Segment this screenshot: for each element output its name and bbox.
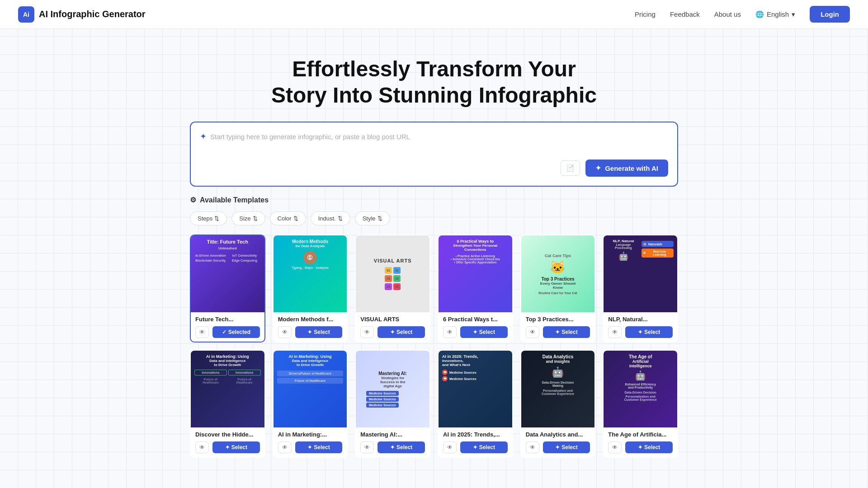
- filter-style[interactable]: Style ⇅: [355, 211, 390, 225]
- template-thumb-7: AI in Marketing: Using Data and Intellig…: [191, 351, 264, 427]
- template-actions-9: 👁 ✦ Select: [360, 441, 425, 453]
- select-button-5[interactable]: ✦ Select: [543, 326, 590, 338]
- template-card-11[interactable]: Data Analytics and Insights 🤖 Data-Drive…: [520, 350, 596, 458]
- preview-button-1[interactable]: 👁: [195, 326, 209, 338]
- preview-button-4[interactable]: 👁: [443, 326, 457, 338]
- preview-button-11[interactable]: 👁: [526, 441, 539, 453]
- select-button-9[interactable]: ✦ Select: [377, 441, 425, 453]
- template-info-6: NLP, Natural... 👁 ✦ Select: [604, 312, 677, 342]
- template-card-3[interactable]: VISUAL ARTS 01 02 03 04 05 06 VISUAL ART…: [355, 235, 430, 343]
- template-thumb-2: Modern Methods for Data Analysis ① Typin…: [274, 235, 347, 312]
- globe-icon: 🌐: [755, 10, 764, 19]
- sparkle-icon-11: ✦: [555, 444, 560, 450]
- sparkle-icon-4: ✦: [473, 329, 477, 335]
- feedback-link[interactable]: Feedback: [670, 10, 700, 18]
- template-card-9[interactable]: Mastering AI: Strategies for Success in …: [355, 350, 430, 458]
- template-actions-3: 👁 ✦ Select: [360, 326, 425, 338]
- template-thumb-3: VISUAL ARTS 01 02 03 04 05 06: [356, 235, 429, 312]
- select-button-2[interactable]: ✦ Select: [295, 326, 343, 338]
- login-button[interactable]: Login: [810, 6, 850, 23]
- select-button-12[interactable]: ✦ Select: [625, 441, 673, 453]
- logo-text: AI Infographic Generator: [39, 9, 146, 19]
- preview-button-8[interactable]: 👁: [278, 441, 292, 453]
- preview-button-3[interactable]: 👁: [360, 326, 374, 338]
- template-info-4: 6 Practical Ways t... 👁 ✦ Select: [439, 312, 512, 342]
- template-card-12[interactable]: The Age of Artificial Intelligence 🤖 Enh…: [603, 350, 678, 458]
- select-button-7[interactable]: ✦ Select: [212, 441, 260, 453]
- template-actions-12: 👁 ✦ Select: [608, 441, 673, 453]
- template-info-8: AI in Marketing:... 👁 ✦ Select: [274, 427, 347, 457]
- header: Ai AI Infographic Generator Pricing Feed…: [0, 0, 868, 29]
- sparkle-icon: ✦: [200, 131, 207, 141]
- about-link[interactable]: About us: [714, 10, 741, 18]
- pricing-link[interactable]: Pricing: [635, 10, 656, 18]
- template-actions-4: 👁 ✦ Select: [443, 326, 508, 338]
- file-upload-button[interactable]: 📄: [561, 160, 580, 176]
- template-info-5: Top 3 Practices... 👁 ✦ Select: [521, 312, 595, 342]
- preview-button-6[interactable]: 👁: [608, 326, 622, 338]
- template-thumb-10: AI in 2025: Trends, Innovations, and Wha…: [439, 351, 512, 427]
- preview-button-2[interactable]: 👁: [278, 326, 292, 338]
- logo-area: Ai AI Infographic Generator: [18, 6, 146, 23]
- filter-industry[interactable]: Indust. ⇅: [311, 211, 350, 225]
- template-title-11: Data Analytics and...: [526, 431, 590, 438]
- chevron-color-icon: ⇅: [293, 215, 298, 222]
- template-card-4[interactable]: 6 Practical Ways to Strengthen Your Pers…: [438, 235, 513, 343]
- template-actions-10: 👁 ✦ Select: [443, 441, 508, 453]
- template-title-2: Modern Methods f...: [278, 316, 343, 323]
- template-card-2[interactable]: Modern Methods for Data Analysis ① Typin…: [273, 235, 348, 343]
- sparkle-icon-9: ✦: [390, 444, 395, 450]
- input-box[interactable]: ✦ Start typing here to generate infograp…: [190, 122, 678, 187]
- template-info-11: Data Analytics and... 👁 ✦ Select: [521, 427, 595, 457]
- template-info-10: AI in 2025: Trends,... 👁 ✦ Select: [439, 427, 512, 457]
- preview-button-10[interactable]: 👁: [443, 441, 457, 453]
- template-card-1[interactable]: Title: Future Tech Unleashed AI-Driven I…: [190, 235, 265, 343]
- template-thumb-8: AI in Marketing: Using Data and Intellig…: [274, 351, 347, 427]
- sparkle-icon-2: ✦: [307, 329, 312, 335]
- main-nav: Pricing Feedback About us 🌐 English ▾ Lo…: [635, 6, 850, 23]
- select-button-6[interactable]: ✦ Select: [625, 326, 673, 338]
- template-card-8[interactable]: AI in Marketing: Using Data and Intellig…: [273, 350, 348, 458]
- template-title-1: Future Tech...: [195, 316, 260, 323]
- filter-size[interactable]: Size ⇅: [231, 211, 265, 225]
- sparkle-generate-icon: ✦: [595, 164, 601, 172]
- template-card-6[interactable]: NLP, Natural Language Processing 🤖 🤖Natu…: [603, 235, 678, 343]
- logo-icon: Ai: [18, 6, 34, 23]
- hero-section: Effortlessly Transform Your Story Into S…: [0, 29, 868, 122]
- preview-button-5[interactable]: 👁: [526, 326, 539, 338]
- template-actions-11: 👁 ✦ Select: [526, 441, 590, 453]
- template-title-7: Discover the Hidde...: [195, 431, 260, 438]
- check-icon-1: ✓: [222, 329, 226, 335]
- template-actions-2: 👁 ✦ Select: [278, 326, 343, 338]
- templates-section: ⚙ Available Templates Steps ⇅ Size ⇅ Col…: [181, 196, 687, 458]
- template-title-8: AI in Marketing:...: [278, 431, 343, 438]
- filter-row: Steps ⇅ Size ⇅ Color ⇅ Indust. ⇅ Style ⇅: [190, 211, 678, 225]
- chevron-size-icon: ⇅: [253, 215, 258, 222]
- filter-steps[interactable]: Steps ⇅: [190, 211, 227, 225]
- template-card-5[interactable]: Cat Care Tips 🐱 Top 3 Practices Every Ow…: [520, 235, 596, 343]
- generate-button[interactable]: ✦ Generate with AI: [585, 160, 668, 177]
- select-button-1[interactable]: ✓ Selected: [212, 326, 260, 338]
- select-button-8[interactable]: ✦ Select: [295, 441, 343, 453]
- select-button-10[interactable]: ✦ Select: [460, 441, 508, 453]
- template-card-7[interactable]: AI in Marketing: Using Data and Intellig…: [190, 350, 265, 458]
- chevron-down-icon: ▾: [792, 10, 795, 19]
- template-thumb-11: Data Analytics and Insights 🤖 Data-Drive…: [521, 351, 595, 427]
- select-button-4[interactable]: ✦ Select: [460, 326, 508, 338]
- templates-header: ⚙ Available Templates: [190, 196, 678, 204]
- select-button-11[interactable]: ✦ Select: [543, 441, 590, 453]
- select-button-3[interactable]: ✦ Select: [377, 326, 425, 338]
- preview-button-9[interactable]: 👁: [360, 441, 374, 453]
- language-selector[interactable]: 🌐 English ▾: [755, 10, 795, 19]
- sparkle-icon-10: ✦: [473, 444, 477, 450]
- preview-button-7[interactable]: 👁: [195, 441, 209, 453]
- filter-color[interactable]: Color ⇅: [270, 211, 306, 225]
- template-card-10[interactable]: AI in 2025: Trends, Innovations, and Wha…: [438, 350, 513, 458]
- template-info-9: Mastering AI:... 👁 ✦ Select: [356, 427, 429, 457]
- preview-button-12[interactable]: 👁: [608, 441, 622, 453]
- template-thumb-9: Mastering AI: Strategies for Success in …: [356, 351, 429, 427]
- file-icon: 📄: [566, 164, 574, 172]
- chevron-style-icon: ⇅: [377, 215, 382, 222]
- sparkle-icon-6: ✦: [638, 329, 642, 335]
- template-grid: Title: Future Tech Unleashed AI-Driven I…: [190, 235, 678, 458]
